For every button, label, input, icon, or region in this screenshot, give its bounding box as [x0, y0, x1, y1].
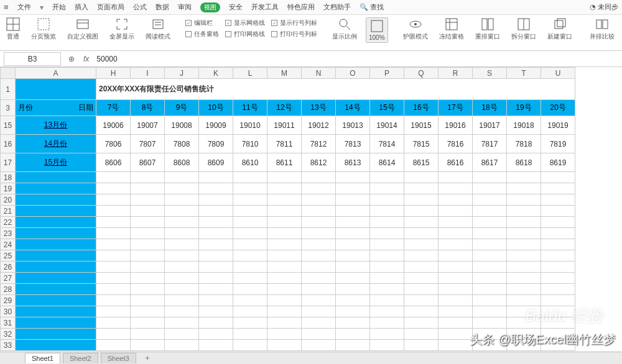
menu-features[interactable]: 特色应用 — [287, 2, 315, 12]
cell[interactable] — [165, 329, 199, 340]
check-formulabar[interactable]: ✓编辑栏 — [185, 19, 219, 27]
cell[interactable] — [541, 217, 575, 228]
cell[interactable] — [199, 206, 233, 217]
cell[interactable] — [302, 183, 336, 194]
data-cell[interactable]: 19014 — [370, 116, 404, 135]
row-head[interactable]: 21 — [1, 206, 16, 217]
cell[interactable] — [541, 183, 575, 194]
cell[interactable] — [131, 306, 165, 317]
cell[interactable] — [131, 228, 165, 239]
cell[interactable] — [370, 295, 404, 306]
header-day[interactable]: 12号 — [267, 100, 302, 116]
data-cell[interactable]: 19018 — [507, 116, 541, 135]
cell[interactable] — [473, 329, 507, 340]
spreadsheet-grid[interactable]: AHIJKLMNOPQRSTU120XX年XXX有限责任公司销售统计3月份日期7… — [0, 67, 575, 351]
cell[interactable] — [336, 250, 370, 262]
cell[interactable] — [16, 317, 96, 329]
cell[interactable] — [233, 317, 267, 329]
cell[interactable] — [302, 329, 336, 340]
data-cell[interactable]: 19006 — [96, 116, 131, 135]
cell[interactable] — [165, 183, 199, 194]
cell[interactable] — [473, 183, 507, 194]
row-head[interactable]: 26 — [1, 262, 16, 273]
month-cell[interactable]: 13月份 — [16, 116, 96, 135]
cell[interactable] — [541, 172, 575, 183]
ribbon-zoomratio[interactable]: 显示比例 — [330, 17, 360, 41]
cell[interactable] — [473, 262, 507, 273]
header-day[interactable]: 19号 — [507, 100, 541, 116]
cell[interactable] — [404, 172, 439, 183]
cell[interactable] — [439, 284, 473, 295]
cell[interactable] — [302, 194, 336, 206]
cell[interactable] — [507, 317, 541, 329]
cell[interactable] — [336, 295, 370, 306]
cell[interactable] — [16, 329, 96, 340]
cell[interactable] — [302, 239, 336, 250]
data-cell[interactable]: 7819 — [541, 135, 575, 153]
cell[interactable] — [473, 340, 507, 351]
row-head[interactable]: 32 — [1, 329, 16, 340]
menu-view[interactable]: 视图 — [200, 2, 220, 12]
cell[interactable] — [16, 262, 96, 273]
sync-status[interactable]: ◔ 未同步 — [590, 2, 618, 12]
header-month-date[interactable]: 月份日期 — [16, 100, 96, 116]
cell[interactable] — [233, 273, 267, 284]
cell[interactable] — [233, 228, 267, 239]
cell[interactable] — [131, 239, 165, 250]
cell[interactable] — [541, 273, 575, 284]
row-head[interactable]: 31 — [1, 317, 16, 329]
header-day[interactable]: 20号 — [541, 100, 575, 116]
cell[interactable] — [16, 239, 96, 250]
cell[interactable] — [439, 262, 473, 273]
cell[interactable] — [439, 172, 473, 183]
cell[interactable] — [267, 329, 302, 340]
cell[interactable] — [336, 172, 370, 183]
cell[interactable] — [199, 194, 233, 206]
cell[interactable] — [199, 228, 233, 239]
header-day[interactable]: 9号 — [165, 100, 199, 116]
menu-review[interactable]: 审阅 — [178, 2, 192, 12]
cell[interactable] — [507, 172, 541, 183]
cell[interactable] — [336, 340, 370, 351]
data-cell[interactable]: 19019 — [541, 116, 575, 135]
ribbon-readmode[interactable]: 阅读模式 — [143, 17, 173, 41]
cell[interactable] — [507, 329, 541, 340]
ribbon-split[interactable]: 拆分窗口 — [509, 17, 539, 41]
cell[interactable] — [507, 262, 541, 273]
cell[interactable] — [336, 273, 370, 284]
cell[interactable] — [302, 172, 336, 183]
cell[interactable] — [404, 273, 439, 284]
cell[interactable] — [16, 273, 96, 284]
header-day[interactable]: 11号 — [233, 100, 267, 116]
cell[interactable] — [336, 183, 370, 194]
cell[interactable] — [165, 239, 199, 250]
cell[interactable] — [370, 172, 404, 183]
col-head[interactable]: L — [233, 68, 267, 79]
row-head[interactable]: 17 — [1, 153, 16, 172]
cell[interactable] — [404, 217, 439, 228]
cell[interactable] — [439, 228, 473, 239]
header-day[interactable]: 15号 — [370, 100, 404, 116]
data-cell[interactable]: 8608 — [165, 153, 199, 172]
cell[interactable] — [404, 206, 439, 217]
cell[interactable] — [16, 306, 96, 317]
cell[interactable] — [131, 250, 165, 262]
cell[interactable] — [507, 306, 541, 317]
cell[interactable] — [199, 273, 233, 284]
col-head[interactable]: I — [131, 68, 165, 79]
cell[interactable] — [16, 206, 96, 217]
cell[interactable] — [267, 306, 302, 317]
ribbon-newwin[interactable]: 新建窗口 — [545, 17, 575, 41]
data-cell[interactable]: 8619 — [541, 153, 575, 172]
cell[interactable] — [473, 284, 507, 295]
data-cell[interactable]: 19011 — [267, 116, 302, 135]
cell[interactable] — [404, 340, 439, 351]
cell[interactable] — [370, 183, 404, 194]
row-head[interactable]: 33 — [1, 340, 16, 351]
cell[interactable] — [473, 194, 507, 206]
cell[interactable] — [404, 250, 439, 262]
header-day[interactable]: 14号 — [336, 100, 370, 116]
check-headings[interactable]: ✓显示行号列标 — [271, 19, 317, 27]
col-head[interactable]: K — [199, 68, 233, 79]
cell[interactable] — [233, 340, 267, 351]
